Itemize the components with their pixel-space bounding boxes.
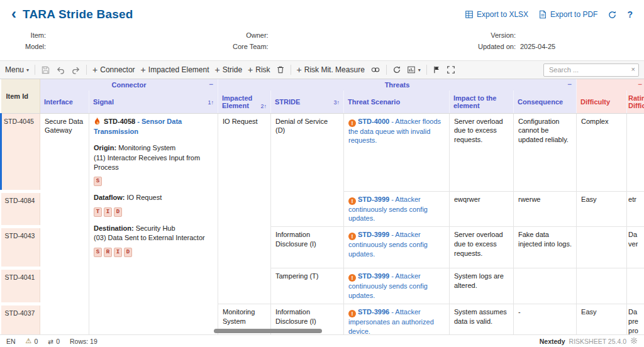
group-header-threats: Threats −: [218, 79, 577, 91]
col-header-signal[interactable]: Signal1↑: [89, 91, 218, 113]
row-id-cell[interactable]: STD-4045: [1, 113, 40, 191]
col-header-stride[interactable]: STRIDE3↑: [271, 91, 344, 113]
refresh-button[interactable]: [608, 10, 617, 19]
collapse-rating-group-icon[interactable]: −: [567, 80, 572, 89]
item-id-header-label: Item Id: [6, 92, 28, 100]
threat-link[interactable]: STD-4000 - Attacker floods the data queu…: [348, 118, 441, 145]
row-id-cell[interactable]: STD-4084: [1, 191, 40, 227]
chevron-down-icon: ▾: [26, 67, 29, 73]
col-header-impacted-element[interactable]: Impacted Element2↑: [218, 91, 271, 113]
warning-icon: !: [348, 310, 356, 317]
col-header-rating-difficulty[interactable]: Rating Difficulty: [627, 91, 644, 113]
link-button[interactable]: [370, 65, 380, 74]
app-window: ‹ TARA Stride Based Export to XLSX Expor…: [0, 0, 644, 347]
cell-difficulty[interactable]: [577, 227, 627, 268]
cell-difficulty[interactable]: [577, 268, 627, 304]
cell-difficulty[interactable]: Easy: [577, 304, 627, 334]
horizontal-scrollbar[interactable]: [214, 329, 322, 333]
add-stride-button[interactable]: +Stride: [215, 65, 243, 74]
changes-indicator[interactable]: ⇄0: [48, 338, 60, 345]
cell-threat-scenario[interactable]: !STD-3999 - Attacker continuously sends …: [344, 227, 450, 268]
export-pdf-button[interactable]: Export to PDF: [538, 10, 597, 19]
threat-link[interactable]: STD-3996 - Attacker impersonates an auth…: [348, 308, 434, 334]
row-id-cell[interactable]: STD-4041: [1, 268, 40, 304]
collapse-difficulty-group-icon[interactable]: −: [638, 80, 642, 89]
sync-icon: ⇄: [48, 338, 53, 345]
gear-icon[interactable]: [630, 337, 638, 346]
threat-link[interactable]: STD-3999 - Attacker continuously sends c…: [348, 272, 428, 299]
cell-threat-scenario[interactable]: !STD-4000 - Attacker floods the data que…: [344, 113, 450, 191]
cell-difficulty[interactable]: Easy: [577, 191, 627, 227]
destination-label: Destination:: [94, 224, 134, 232]
cell-consequence[interactable]: Configuration cannot be updated reliably…: [514, 113, 577, 191]
model-value: [50, 43, 88, 50]
cell-consequence[interactable]: Fake data injected into logs.: [514, 227, 577, 268]
cell-stride[interactable]: Information Disclosure (I): [271, 227, 344, 268]
collapse-connector-icon[interactable]: −: [209, 80, 213, 89]
help-button[interactable]: ?: [627, 9, 633, 19]
warnings-indicator[interactable]: ⚠0: [26, 337, 38, 345]
destination-value: Security Hub: [136, 224, 175, 232]
refresh-grid-button[interactable]: [392, 65, 401, 74]
add-risk-label: Risk: [255, 65, 270, 74]
row-id-cell[interactable]: STD-4037: [1, 304, 40, 334]
cell-impact[interactable]: Server overload due to excess requests.: [450, 227, 514, 268]
cell-consequence[interactable]: -: [514, 304, 577, 334]
cell-impact[interactable]: Server overload due to excess requests.: [450, 113, 514, 191]
cell-impact[interactable]: ewqrwer: [450, 191, 514, 227]
cell-rating-difficulty[interactable]: Da ver: [627, 227, 644, 268]
cell-rating-difficulty[interactable]: etr: [627, 191, 644, 227]
save-button[interactable]: [41, 65, 50, 75]
cell-threat-scenario[interactable]: !STD-3996 - Attacker impersonates an aut…: [344, 304, 450, 334]
cell-stride[interactable]: Denial of Service (D): [271, 113, 344, 227]
add-risk-mit-measure-button[interactable]: +Risk Mit. Measure: [297, 65, 365, 74]
col-header-impact[interactable]: Impact to the element: [450, 91, 514, 113]
add-impacted-element-button[interactable]: +Impacted Element: [141, 65, 209, 74]
cell-rating-difficulty[interactable]: Da pre pro: [627, 304, 644, 334]
threat-link[interactable]: STD-3999 - Attacker continuously sends c…: [348, 196, 428, 223]
add-risk-button[interactable]: +Risk: [248, 65, 270, 74]
col-header-threat-scenario[interactable]: Threat Scenario: [344, 91, 450, 113]
threat-link[interactable]: STD-3999 - Attacker continuously sends c…: [348, 231, 428, 258]
fullscreen-button[interactable]: [447, 65, 455, 74]
flag-button[interactable]: [433, 65, 441, 74]
cell-threat-scenario[interactable]: !STD-3999 - Attacker continuously sends …: [344, 191, 450, 227]
redo-button[interactable]: [71, 65, 80, 75]
toolbar-divider: [426, 65, 427, 75]
signal-header-label: Signal: [93, 98, 114, 106]
row-id-cell[interactable]: STD-4043: [1, 227, 40, 268]
cell-impacted-element[interactable]: IO Request: [218, 113, 271, 304]
plus-icon: +: [215, 66, 220, 74]
add-impacted-element-label: Impacted Element: [148, 65, 209, 74]
version-value: [520, 31, 558, 39]
add-risk-mit-measure-label: Risk Mit. Measure: [304, 65, 365, 74]
col-header-difficulty[interactable]: Difficulty: [577, 91, 627, 113]
cell-rating-difficulty[interactable]: [627, 113, 644, 191]
cell-rating-difficulty[interactable]: [627, 268, 644, 304]
undo-button[interactable]: [56, 65, 65, 75]
delete-button[interactable]: [276, 65, 285, 74]
col-header-item-id[interactable]: Item Id: [1, 79, 40, 113]
cell-interface[interactable]: Secure Data Gateway: [40, 113, 89, 334]
cell-difficulty[interactable]: Complex: [577, 113, 627, 191]
back-button[interactable]: ‹: [8, 8, 23, 21]
cell-consequence[interactable]: rwerwe: [514, 191, 577, 227]
cell-threat-scenario[interactable]: !STD-3999 - Attacker continuously sends …: [344, 268, 450, 304]
cell-impact[interactable]: System logs are altered.: [450, 268, 514, 304]
cell-signal[interactable]: STD-4058 - Sensor Data Transmission Orig…: [89, 113, 218, 334]
search-input[interactable]: [543, 63, 639, 77]
cell-impact[interactable]: System assumes data is valid.: [450, 304, 514, 334]
add-stride-label: Stride: [223, 65, 242, 74]
col-header-consequence[interactable]: Consequence: [514, 91, 577, 113]
col-header-interface[interactable]: Interface: [40, 91, 89, 113]
search-clear-icon[interactable]: ×: [631, 65, 635, 73]
add-connector-button[interactable]: +Connector: [92, 65, 135, 74]
cell-consequence[interactable]: [514, 268, 577, 304]
menu-button[interactable]: Menu▾: [5, 65, 29, 74]
language-indicator[interactable]: EN: [6, 338, 16, 345]
chart-view-button[interactable]: ▾: [407, 65, 421, 74]
stride-badge: I: [104, 207, 112, 217]
export-xlsx-button[interactable]: Export to XLSX: [465, 10, 528, 19]
warning-icon: !: [348, 233, 356, 240]
cell-stride[interactable]: Tampering (T): [271, 268, 344, 304]
